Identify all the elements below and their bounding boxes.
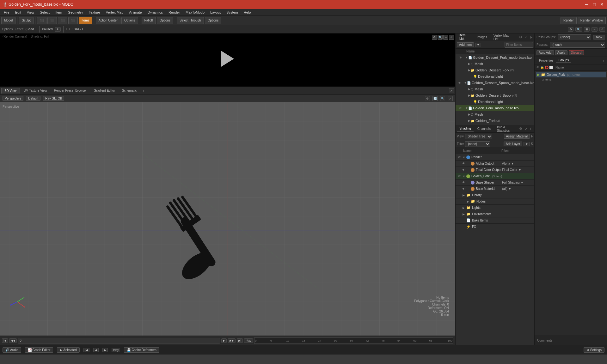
item-list-corner-2[interactable]: ⤢	[524, 34, 528, 40]
menu-geometry[interactable]: Geometry	[65, 10, 85, 15]
falloff-btn[interactable]: Falloff	[142, 17, 156, 24]
mode-icon-2[interactable]: ⬛	[47, 17, 57, 24]
st-expand[interactable]: ▶	[463, 194, 466, 197]
new-group-btn[interactable]: New	[593, 35, 605, 39]
assign-material-btn[interactable]: Assign Material	[504, 134, 530, 139]
shading-corner-2[interactable]: ⤢	[524, 126, 528, 131]
add-item-btn[interactable]: Add Item	[457, 42, 474, 47]
mode-icon-4[interactable]: ⬛	[68, 17, 78, 24]
settings-btn[interactable]: ⚙ Settings	[584, 347, 604, 353]
add-item-arrow[interactable]: ▼	[475, 43, 481, 47]
shading-corner-1[interactable]: ⚙	[518, 126, 523, 131]
tab-render-preset[interactable]: Render Preset Browser	[51, 88, 90, 93]
menu-vertex-map[interactable]: Vertex Map	[103, 10, 126, 15]
list-item[interactable]: ▶ ⬡ Mesh	[458, 111, 534, 118]
tab-gradient-editor[interactable]: Gradient Editor	[91, 88, 118, 93]
list-item[interactable]: ▶ ⬡ Mesh	[458, 86, 534, 92]
shading-f[interactable]: F	[530, 126, 533, 131]
model-btn[interactable]: Model	[1, 17, 15, 24]
frame-input[interactable]	[18, 338, 220, 343]
maximize-btn[interactable]: □	[592, 2, 597, 7]
paused-btn[interactable]: ⏸	[55, 27, 61, 32]
add-layer-btn[interactable]: Add Layer	[504, 142, 523, 146]
viewport-canvas[interactable]: Perspective X Y Z No Items Polygons : Ca…	[0, 102, 455, 336]
discard-btn[interactable]: Discard	[569, 50, 584, 55]
transport-end[interactable]: ▶|	[237, 338, 243, 343]
vis-icon[interactable]: 👁	[458, 81, 461, 85]
animated-btn[interactable]: ▶ Animated	[57, 347, 79, 353]
sb-play-label[interactable]: Play	[112, 348, 120, 352]
expand-arrow[interactable]: ▶	[468, 88, 471, 91]
list-item[interactable]: 💡 Directional Light	[461, 73, 534, 80]
menu-maxtomodo[interactable]: MaxToModo	[183, 10, 207, 15]
sb-transport-prev[interactable]: ◀	[93, 348, 99, 352]
vis-icon[interactable]: 👁	[459, 106, 462, 110]
expand-arrow[interactable]: ▼	[465, 56, 468, 59]
list-item[interactable]: 👁 ▼ 📄 Golden_Fork_modo_base.lxo	[456, 105, 534, 111]
settings-icon-3[interactable]: ⊞	[584, 27, 590, 32]
groups-tree[interactable]: ▶ 📁 Golden_Fork (3) Group 3 Items	[535, 71, 607, 204]
pass-groups-dropdown[interactable]: (None)	[558, 34, 591, 40]
st-expand[interactable]: ▼	[463, 175, 466, 178]
menu-view[interactable]: View	[24, 10, 37, 15]
tab-info-stats[interactable]: Info & Statistics	[494, 125, 516, 133]
item-list-corner-3[interactable]: F	[530, 35, 533, 40]
menu-item[interactable]: Item	[53, 10, 64, 15]
preview-corner-1[interactable]: ⚙	[432, 35, 437, 40]
transport-play[interactable]: ▶	[221, 338, 227, 343]
shader-tree-item[interactable]: ▶ 📁 Library	[456, 192, 534, 198]
preview-corner-2[interactable]: 🔍	[438, 35, 443, 40]
list-item[interactable]: 💡 Directional Light	[461, 99, 534, 105]
settings-icon-2[interactable]: 🔍	[575, 27, 582, 32]
st-effect[interactable]: Full Shading ▼	[502, 181, 534, 184]
tab-images[interactable]: Images	[474, 35, 490, 39]
action-center-btn[interactable]: Action Center	[96, 17, 121, 24]
settings-icon-4[interactable]: ↔	[592, 27, 598, 32]
st-effect[interactable]: Final Color ▼	[502, 168, 534, 172]
menu-system[interactable]: System	[224, 10, 241, 15]
shader-tree-item[interactable]: 👁 Alpha Output Alpha ▼	[456, 161, 534, 167]
menu-texture[interactable]: Texture	[86, 10, 103, 15]
st-vis-icon[interactable]: 👁	[461, 162, 467, 165]
timeline-ruler[interactable]: 0 6 12 18 24 30 36 42 48 54 60 66 100	[254, 337, 453, 344]
shader-tree-item[interactable]: ▶ 📁 Environments	[456, 211, 534, 217]
options-btn-3[interactable]: Options	[205, 17, 221, 24]
sb-transport-start[interactable]: |◀	[83, 348, 89, 352]
transport-start[interactable]: |◀	[2, 338, 8, 343]
list-item[interactable]: ▶ ⬡ Mesh	[458, 61, 534, 67]
st-vis-icon[interactable]: 👁	[461, 181, 467, 184]
render-window-btn[interactable]: Render Window	[578, 17, 606, 24]
group-expand-icon[interactable]: ▶	[537, 73, 540, 77]
shader-tree-item[interactable]: 👁 ▼ Render	[456, 154, 534, 161]
st-expand[interactable]: ▶	[467, 200, 471, 203]
menu-layout[interactable]: Layout	[208, 10, 223, 15]
close-btn[interactable]: ✕	[599, 2, 604, 7]
list-item[interactable]: 👁 ▼ 📄 Golden_Dessert_Fork_modo-base.lxo	[456, 54, 534, 61]
tab-shading[interactable]: Shading	[457, 126, 474, 131]
shader-tree-item[interactable]: 📄 Bake Items	[456, 217, 534, 224]
mode-icon-3[interactable]: ⬛	[58, 17, 67, 24]
menu-help[interactable]: Help	[241, 10, 254, 15]
shader-tree-item[interactable]: 👁 Final Color Output Final Color ▼	[456, 167, 534, 173]
items-btn[interactable]: Items	[79, 17, 92, 24]
shader-tree-dropdown[interactable]: Shader Tree	[465, 134, 492, 139]
st-vis-icon[interactable]: 👁	[456, 155, 463, 159]
vis-icon[interactable]: 👁	[459, 56, 462, 59]
item-list-content[interactable]: 👁 ▼ 📄 Golden_Dessert_Fork_modo-base.lxo …	[456, 54, 534, 125]
tab-uv-texture[interactable]: UV Texture View	[21, 88, 50, 93]
tab-properties[interactable]: Properties	[536, 58, 556, 63]
list-item[interactable]: ▶ 📁 Golden_Dessert_Spoon (2)	[458, 92, 534, 99]
menu-render[interactable]: Render	[166, 10, 182, 15]
cache-deformers-btn[interactable]: 💾 Cache Deformers	[124, 347, 159, 353]
audio-btn[interactable]: 🔊 Audio	[3, 347, 21, 353]
passes-dropdown[interactable]: (none)	[550, 42, 605, 48]
group-tree-item[interactable]: ▶ 📁 Golden_Fork (3) Group	[536, 72, 606, 77]
tab-vertex-map-list[interactable]: Vertex Map List	[491, 33, 516, 41]
settings-icon-1[interactable]: ⚙	[568, 27, 573, 32]
menu-edit[interactable]: Edit	[13, 10, 24, 15]
minimize-btn[interactable]: ─	[584, 2, 589, 7]
transport-next[interactable]: ▶▶	[228, 338, 236, 343]
shader-tree-item[interactable]: 👁 ▼ Golden_Fork (3 Item)	[456, 173, 534, 179]
options-btn-2[interactable]: Options	[157, 17, 173, 24]
preview-corner-3[interactable]: ↔	[443, 35, 448, 40]
